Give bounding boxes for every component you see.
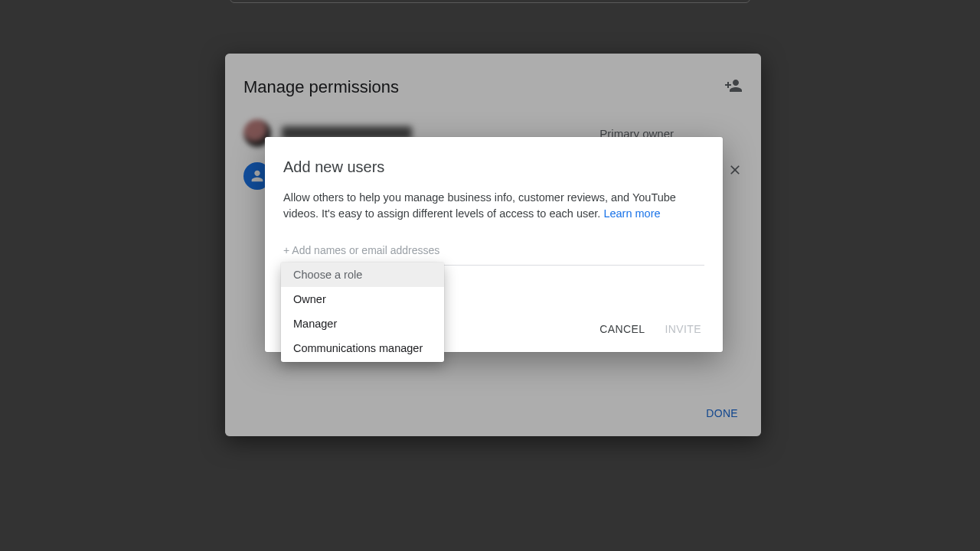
background-outline-box bbox=[230, 0, 750, 3]
dropdown-option-manager[interactable]: Manager bbox=[281, 311, 444, 336]
dialog-description: Allow others to help you manage business… bbox=[283, 190, 704, 222]
role-dropdown: Choose a role Owner Manager Communicatio… bbox=[281, 262, 444, 362]
learn-more-link[interactable]: Learn more bbox=[603, 207, 660, 220]
dropdown-placeholder[interactable]: Choose a role bbox=[281, 262, 444, 287]
dropdown-option-owner[interactable]: Owner bbox=[281, 287, 444, 311]
invite-button[interactable]: INVITE bbox=[665, 323, 701, 335]
dialog-title: Add new users bbox=[283, 158, 704, 176]
input-placeholder: + Add names or email addresses bbox=[283, 244, 439, 256]
cancel-button[interactable]: CANCEL bbox=[599, 323, 645, 335]
dropdown-option-communications-manager[interactable]: Communications manager bbox=[281, 336, 444, 360]
